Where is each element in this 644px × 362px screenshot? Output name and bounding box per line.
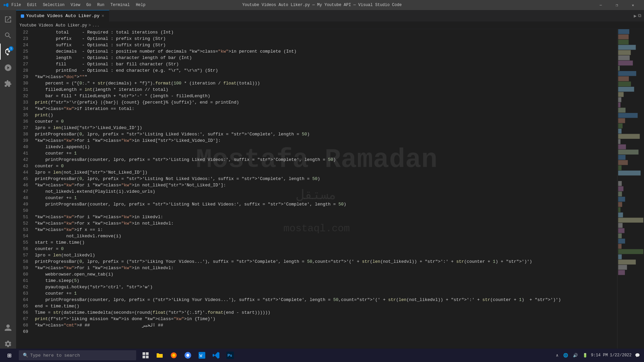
activity-account[interactable] [0,320,16,336]
minimap [617,29,644,355]
code-line: "kw">class="kw">if iteration == total: [35,106,617,112]
line-number: 30 [16,80,31,86]
taskbar-firefox[interactable] [167,349,180,362]
line-number: 22 [16,29,31,36]
taskbar-task-view[interactable] [139,349,152,362]
activity-source-control[interactable]: 1 [0,44,16,60]
active-tab[interactable]: Youtube Videos Auto Liker.py × [16,10,109,21]
code-line: print(f"str">'\r{prefix} |{bar}| {count}… [35,99,617,106]
taskbar-search-box[interactable]: 🔍 Type here to search [19,350,136,360]
line-number: 26 [16,55,31,61]
taskbar-time: 9:14 PM [591,353,608,358]
close-button[interactable]: ✕ [625,0,641,10]
taskbar-file-explorer[interactable] [153,349,166,362]
code-line: time.sleep(5) [35,278,617,284]
code-line: printProgressBar(0, lpro, prefix = "str"… [35,131,617,137]
code-line: print(f"str">'liking mission "kw">is don… [35,316,617,322]
line-number: 40 [16,144,31,150]
line-number: 59 [16,265,31,271]
line-number: 42 [16,157,31,163]
code-line: start = time.time() [35,239,617,246]
line-number: 69 [16,328,31,335]
svg-rect-2 [143,356,145,358]
line-number: 67 [16,316,31,322]
line-number: 43 [16,163,31,169]
line-number: 23 [16,36,31,42]
menu-file[interactable]: File [9,1,24,9]
breadcrumb: Youtube Videos Auto Liker.py > ... [16,22,644,29]
taskbar: ⊞ 🔍 Type here to search W Ps ∧ 🌐 🔊 🔋 [0,349,644,362]
code-line: likedvl.append(i) [35,144,617,150]
code-line: bar = fill * filledLength + "str">'-' * … [35,93,617,99]
line-number: 68 [16,322,31,328]
tray-volume[interactable]: 🔊 [572,353,579,358]
line-number: 63 [16,290,31,297]
restore-button[interactable]: ❐ [609,0,625,10]
line-number: 60 [16,271,31,278]
code-line: counter += 1 [35,290,617,297]
tray-network[interactable]: 🌐 [562,353,570,358]
notification-icon[interactable]: 💬 [634,353,641,358]
line-number: 25 [16,48,31,55]
code-line: "kw">class="doc">""" [35,74,617,80]
line-number: 66 [16,309,31,316]
window-controls: — ❐ ✕ [593,0,641,10]
code-line: "kw">class="cmt"># ## الخير ## [35,322,617,328]
line-number: 54 [16,233,31,239]
code-line: fill - Optional : bar fill character (St… [35,61,617,67]
breadcrumb-more[interactable]: ... [92,23,100,28]
start-button[interactable]: ⊞ [3,349,16,362]
menu-go[interactable]: Go [84,1,94,9]
line-number: 65 [16,303,31,309]
code-line: print() [35,112,617,118]
code-line: counter = 0 [35,163,617,169]
taskbar-ps[interactable]: Ps [223,349,237,362]
menu-edit[interactable]: Edit [24,1,40,9]
minimize-button[interactable]: — [593,0,608,10]
line-number: 36 [16,118,31,125]
breadcrumb-file[interactable]: Youtube Videos Auto Liker.py [19,23,87,28]
activity-search[interactable] [0,27,16,44]
window-title: Youtube Videos Auto Liker.py — My Youtub… [242,3,401,7]
line-number: 57 [16,252,31,258]
tray-icon-caret[interactable]: ∧ [555,353,560,358]
svg-text:Ps: Ps [227,353,232,357]
taskbar-app5[interactable]: W [195,349,209,362]
menu-run[interactable]: Run [95,1,107,9]
editor-wrapper: 2223242526272829303132333435363738394041… [16,29,617,355]
code-line: printProgressBar(counter, lpro, prefix =… [35,201,617,207]
menu-view[interactable]: View [68,1,83,9]
code-line: lpro = len(liked["str">'Liked_Video_ID']… [35,125,617,131]
taskbar-icons: W Ps [139,349,237,362]
line-number: 41 [16,150,31,157]
line-number: 56 [16,246,31,252]
split-editor-icon[interactable]: ⧉ [638,13,641,18]
titlebar: File Edit Selection View Go Run Terminal… [0,0,644,10]
activity-extensions[interactable] [0,76,16,92]
code-line: "kw">class="kw">for i "kw">class="kw">in… [35,214,617,220]
tab-close-icon[interactable]: × [101,13,104,19]
tab-bar: Youtube Videos Auto Liker.py × ▶ ⧉ [16,10,644,22]
code-line: "kw">class="kw">if x == i: [35,227,617,233]
activity-bar: 1 [0,10,16,352]
code-editor[interactable]: total - Required : total iterations (Int… [34,29,617,355]
line-number: 27 [16,61,31,67]
run-icon[interactable]: ▶ [634,13,637,19]
code-line: webbrowser.open_new_tab(i) [35,271,617,278]
svg-rect-3 [146,356,149,358]
taskbar-vscode[interactable] [209,349,223,362]
code-line: printEnd - Optional : end character (e.g… [35,67,617,74]
menu-selection[interactable]: Selection [40,1,67,9]
line-number: 33 [16,99,31,106]
menu-terminal[interactable]: Terminal [108,1,132,9]
line-number: 50 [16,207,31,214]
tray-battery[interactable]: 🔋 [581,353,589,358]
taskbar-chrome[interactable] [181,349,195,362]
activity-run-debug[interactable] [0,60,16,76]
line-number: 29 [16,74,31,80]
code-line: printProgressBar(0, lpro, prefix = "str"… [35,176,617,182]
activity-explorer[interactable] [0,11,16,27]
menu-help[interactable]: Help [133,1,148,9]
line-number: 46 [16,182,31,188]
line-number: 35 [16,112,31,118]
